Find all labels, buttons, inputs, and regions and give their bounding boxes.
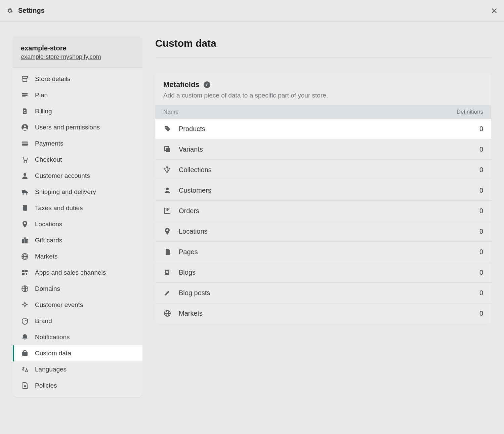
- brand-icon: [21, 317, 29, 325]
- pin-icon: [21, 220, 29, 228]
- sidebar-item-label: Apps and sales channels: [35, 269, 106, 276]
- sidebar-item-label: Store details: [35, 75, 71, 83]
- sidebar-item-store-details[interactable]: Store details: [13, 71, 142, 87]
- page-icon: [163, 248, 171, 256]
- user-icon: [21, 123, 29, 131]
- store-header: example-store example-store-myshopify.co…: [13, 36, 142, 68]
- metafields-title: Metafields: [163, 80, 200, 89]
- receipt-icon: [21, 204, 29, 212]
- table-header: Name Definitions: [155, 105, 491, 119]
- row-label: Orders: [179, 207, 199, 215]
- plan-icon: [21, 91, 29, 99]
- metafield-row-variants[interactable]: Variants0: [155, 139, 491, 160]
- row-count: 0: [479, 207, 483, 215]
- sidebar-item-label: Languages: [35, 366, 67, 373]
- sidebar-item-label: Customer events: [35, 301, 83, 309]
- sidebar-item-checkout[interactable]: Checkout: [13, 152, 142, 168]
- person-icon: [21, 172, 29, 180]
- sidebar-item-label: Policies: [35, 382, 57, 389]
- gear-icon: [6, 7, 13, 14]
- close-icon[interactable]: [491, 7, 498, 14]
- sidebar-item-label: Markets: [35, 253, 58, 260]
- sidebar-item-billing[interactable]: Billing: [13, 103, 142, 119]
- tag-icon: [163, 125, 171, 133]
- row-count: 0: [479, 146, 483, 153]
- sidebar-item-label: Domains: [35, 285, 60, 292]
- metafield-row-customers[interactable]: Customers0: [155, 180, 491, 201]
- row-count: 0: [479, 125, 483, 133]
- col-definitions: Definitions: [457, 109, 483, 115]
- metafield-row-markets[interactable]: Markets0: [155, 303, 491, 323]
- topbar: Settings: [0, 0, 504, 22]
- row-label: Locations: [179, 228, 208, 235]
- sidebar-item-custom-data[interactable]: Custom data: [13, 345, 142, 361]
- sidebar-item-domains[interactable]: Domains: [13, 281, 142, 297]
- metafield-row-blog-posts[interactable]: Blog posts0: [155, 283, 491, 303]
- sidebar-item-policies[interactable]: Policies: [13, 378, 142, 394]
- sidebar-item-label: Plan: [35, 91, 48, 99]
- sidebar-item-label: Brand: [35, 317, 52, 325]
- info-icon[interactable]: i: [204, 81, 210, 88]
- card-icon: [21, 140, 29, 148]
- metafield-row-pages[interactable]: Pages0: [155, 242, 491, 262]
- sidebar-item-markets[interactable]: Markets: [13, 248, 142, 265]
- data-icon: [21, 349, 29, 357]
- sidebar-item-gift-cards[interactable]: Gift cards: [13, 232, 142, 248]
- sidebar-item-languages[interactable]: Languages: [13, 361, 142, 378]
- page-title: Custom data: [155, 38, 491, 49]
- sidebar-item-label: Checkout: [35, 156, 62, 163]
- row-count: 0: [479, 166, 483, 174]
- gift-icon: [21, 236, 29, 244]
- sidebar-item-plan[interactable]: Plan: [13, 87, 142, 103]
- sidebar-item-label: Notifications: [35, 333, 70, 341]
- sidebar-item-locations[interactable]: Locations: [13, 216, 142, 232]
- sidebar-item-label: Taxes and duties: [35, 204, 83, 212]
- collections-icon: [163, 166, 171, 174]
- globe-icon: [163, 309, 171, 317]
- apps-icon: [21, 269, 29, 277]
- sparkle-icon: [21, 301, 29, 309]
- sidebar-item-customer-events[interactable]: Customer events: [13, 297, 142, 313]
- row-label: Products: [179, 125, 205, 133]
- sidebar-item-apps[interactable]: Apps and sales channels: [13, 265, 142, 281]
- metafield-row-collections[interactable]: Collections0: [155, 160, 491, 180]
- sidebar-item-shipping[interactable]: Shipping and delivery: [13, 184, 142, 200]
- pin-icon: [163, 227, 171, 235]
- metafields-subtitle: Add a custom piece of data to a specific…: [163, 92, 483, 99]
- sidebar-item-label: Payments: [35, 140, 63, 147]
- billing-icon: [21, 107, 29, 115]
- metafields-card: Metafields i Add a custom piece of data …: [155, 72, 491, 323]
- row-label: Collections: [179, 166, 212, 174]
- person-icon: [163, 186, 171, 194]
- sidebar-item-taxes[interactable]: Taxes and duties: [13, 200, 142, 216]
- row-label: Markets: [179, 310, 203, 317]
- row-label: Variants: [179, 146, 203, 153]
- sidebar-item-label: Customer accounts: [35, 172, 90, 180]
- row-count: 0: [479, 289, 483, 297]
- sidebar-item-label: Locations: [35, 221, 62, 228]
- store-name: example-store: [21, 44, 134, 52]
- sidebar-item-label: Users and permissions: [35, 124, 100, 131]
- metafield-row-blogs[interactable]: Blogs0: [155, 262, 491, 283]
- sidebar-item-users[interactable]: Users and permissions: [13, 119, 142, 135]
- truck-icon: [21, 188, 29, 196]
- sidebar-item-label: Shipping and delivery: [35, 188, 96, 196]
- metafield-row-orders[interactable]: Orders0: [155, 201, 491, 221]
- col-name: Name: [163, 109, 178, 115]
- variants-icon: [163, 145, 171, 153]
- row-count: 0: [479, 269, 483, 276]
- store-url[interactable]: example-store-myshopify.com: [21, 53, 134, 61]
- sidebar-item-notifications[interactable]: Notifications: [13, 329, 142, 345]
- row-count: 0: [479, 310, 483, 317]
- row-label: Customers: [179, 187, 211, 194]
- metafield-row-locations[interactable]: Locations0: [155, 221, 491, 242]
- settings-sidebar: example-store example-store-myshopify.co…: [13, 36, 142, 397]
- sidebar-item-payments[interactable]: Payments: [13, 135, 142, 152]
- row-count: 0: [479, 187, 483, 194]
- sidebar-item-customer-accounts[interactable]: Customer accounts: [13, 168, 142, 184]
- main-content: Custom data Metafields i Add a custom pi…: [155, 36, 491, 323]
- bell-icon: [21, 333, 29, 341]
- metafield-row-products[interactable]: Products0: [155, 119, 491, 139]
- sidebar-item-brand[interactable]: Brand: [13, 313, 142, 329]
- pencil-icon: [163, 289, 171, 297]
